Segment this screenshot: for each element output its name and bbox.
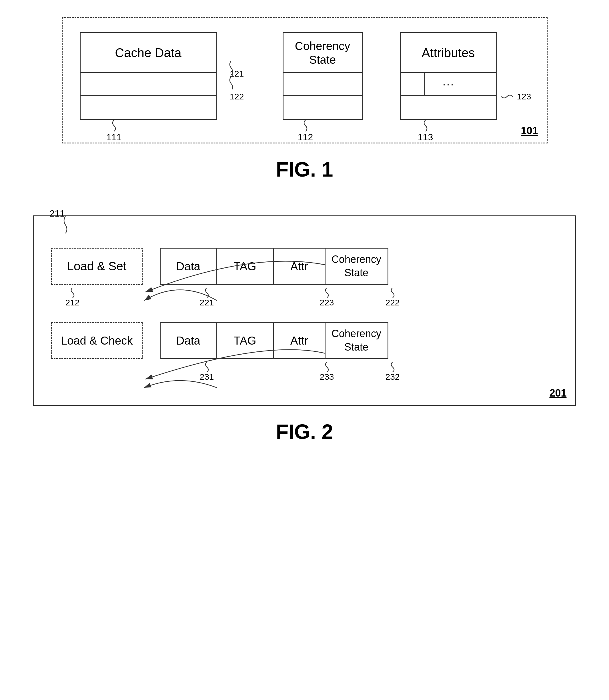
ref-212: 212 bbox=[66, 298, 80, 308]
bottom-data-box: Data bbox=[160, 322, 217, 359]
attributes-bot bbox=[401, 96, 496, 119]
bottom-tag-box: TAG bbox=[217, 322, 274, 359]
ref-221: 221 bbox=[200, 298, 214, 308]
coherency-bot bbox=[283, 96, 362, 119]
squiggle-232 bbox=[385, 362, 400, 372]
ref-231: 231 bbox=[200, 372, 214, 382]
attr-cell-3 bbox=[472, 73, 496, 95]
coherency-state-label: CoherencyState bbox=[283, 33, 362, 73]
cache-data-bot bbox=[81, 96, 216, 119]
ref-223: 223 bbox=[320, 298, 334, 308]
attr-cell-1 bbox=[401, 73, 425, 95]
squiggle-221 bbox=[200, 288, 214, 298]
bottom-row-refs: 231 233 232 bbox=[51, 359, 554, 382]
squiggle-113 bbox=[417, 120, 434, 132]
squiggle-111 bbox=[105, 120, 123, 132]
bottom-data-tag-row: Data TAG Attr CoherencyState bbox=[160, 322, 388, 359]
ref-122: 122 bbox=[229, 92, 244, 101]
squiggle-233 bbox=[320, 362, 334, 372]
cache-data-box: Cache Data bbox=[80, 32, 217, 120]
fig1-inner: Cache Data 111 121 bbox=[80, 32, 529, 120]
fig1-outer-box: 101 Cache Data 111 bbox=[62, 17, 547, 143]
ref-112: 112 bbox=[298, 132, 313, 143]
top-attr-box: Attr bbox=[274, 248, 326, 285]
squiggle-123 bbox=[501, 88, 513, 105]
fig2-container: 201 211 Load & Set Data bbox=[33, 215, 576, 443]
load-check-box: Load & Check bbox=[51, 322, 143, 359]
attributes-inner-row: ··· bbox=[401, 73, 496, 96]
coherency-state-box: CoherencyState bbox=[283, 32, 363, 120]
top-coherency-box: CoherencyState bbox=[326, 248, 388, 285]
squiggle-112 bbox=[297, 120, 314, 132]
ref-232: 232 bbox=[385, 372, 400, 382]
ref-123: 123 bbox=[517, 92, 531, 101]
fig1-container: 101 Cache Data 111 bbox=[62, 17, 547, 181]
load-set-box: Load & Set bbox=[51, 248, 143, 285]
bottom-attr-box: Attr bbox=[274, 322, 326, 359]
bottom-row-boxes: Load & Check Data TAG Attr CoherencyStat… bbox=[51, 322, 554, 359]
ref-201: 201 bbox=[549, 387, 567, 399]
squiggle-223 bbox=[320, 288, 334, 298]
top-row-boxes: Load & Set Data TAG Attr CoherencyState bbox=[51, 248, 554, 285]
attributes-label: Attributes bbox=[401, 33, 496, 73]
cache-data-mid bbox=[81, 73, 216, 96]
ref-101: 101 bbox=[521, 125, 538, 137]
cache-data-label: Cache Data bbox=[81, 33, 216, 73]
ref-111: 111 bbox=[106, 132, 121, 143]
fig2-caption: FIG. 2 bbox=[276, 420, 333, 443]
ref-113: 113 bbox=[418, 132, 433, 143]
top-row-refs: 212 221 223 bbox=[51, 285, 554, 308]
top-data-tag-row: Data TAG Attr CoherencyState bbox=[160, 248, 388, 285]
bottom-coherency-box: CoherencyState bbox=[326, 322, 388, 359]
squiggle-121-122 bbox=[223, 61, 240, 89]
coherency-mid bbox=[283, 73, 362, 96]
squiggle-211 bbox=[60, 216, 83, 233]
ref-233: 233 bbox=[320, 372, 334, 382]
fig2-outer-box: 201 211 Load & Set Data bbox=[33, 215, 576, 406]
ref-222: 222 bbox=[385, 298, 400, 308]
squiggle-231 bbox=[200, 362, 214, 372]
squiggle-212 bbox=[66, 288, 80, 298]
top-data-box: Data bbox=[160, 248, 217, 285]
squiggle-222 bbox=[385, 288, 400, 298]
attributes-box: Attributes ··· bbox=[400, 32, 497, 120]
attr-dots: ··· bbox=[425, 73, 472, 95]
page-container: 101 Cache Data 111 bbox=[23, 17, 586, 443]
top-tag-box: TAG bbox=[217, 248, 274, 285]
fig1-caption: FIG. 1 bbox=[276, 158, 333, 181]
fig2-diagram: Load & Set Data TAG Attr CoherencyState bbox=[51, 248, 554, 382]
